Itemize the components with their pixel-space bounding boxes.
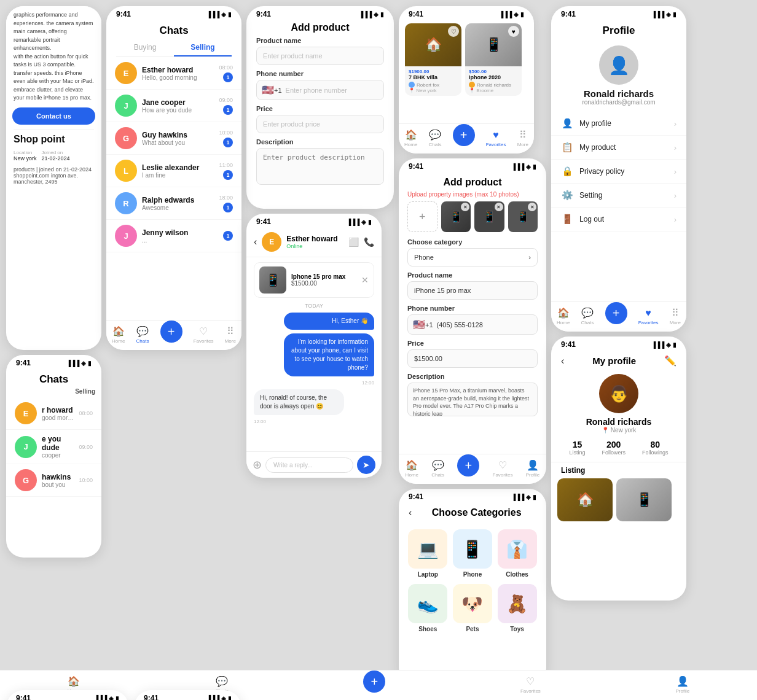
mini-chat-item-3[interactable]: G hawkins bout you 10:00 xyxy=(6,464,101,497)
myprofile-listing-2[interactable]: 📱 xyxy=(616,478,672,521)
contact-us-button[interactable]: Contact us xyxy=(6,107,101,125)
remove-thumb-2[interactable]: ✕ xyxy=(495,203,503,211)
nav-chats-f[interactable]: 💬 Chats xyxy=(431,459,444,478)
tab-buying[interactable]: Buying xyxy=(116,39,174,56)
phone-categories: 9:41 ▐▐▐ ◈ ▮ ‹ Choose Categories 💻 Lapto… xyxy=(399,489,546,685)
favorites-icon: ♡ xyxy=(199,325,208,337)
remove-thumb-1[interactable]: ✕ xyxy=(461,203,469,211)
nav-profile-f[interactable]: 👤 Profile xyxy=(526,459,540,478)
nav-home-f[interactable]: 🏠 Home xyxy=(406,459,418,478)
menu-logout[interactable]: 🚪 Log out › xyxy=(551,208,686,231)
nav-more[interactable]: ⠿ More xyxy=(225,325,236,344)
setting-label: Setting xyxy=(579,191,668,200)
heart-btn-villa[interactable]: ♡ xyxy=(448,26,459,37)
listings-grid: 🏠 ♡ $1900.00 7 BHK villa Robert fox 📍 Ne… xyxy=(399,20,534,99)
nav-fav-p[interactable]: ♥ Favorites xyxy=(638,308,659,325)
menu-privacy[interactable]: 🔒 Privacy policy › xyxy=(551,160,686,184)
phone-flag-full: 🇺🇸 xyxy=(413,319,425,330)
mini-chat-item-2[interactable]: J e you dude cooper 09:00 xyxy=(6,430,101,464)
stat-followers: 200 Followers xyxy=(602,440,626,456)
myprofile-location: 📍 New york xyxy=(551,427,686,434)
myprofile-edit-btn[interactable]: ✏️ xyxy=(664,355,677,367)
menu-setting[interactable]: ⚙️ Setting › xyxy=(551,184,686,208)
cat-phone[interactable]: 📱 Phone xyxy=(453,529,492,578)
prod-name-value[interactable]: iPhone 15 pro max xyxy=(407,281,538,300)
phone-icon[interactable]: 📞 xyxy=(364,237,374,247)
menu-myproduct[interactable]: 📋 My product › xyxy=(551,136,686,160)
phone-input-row[interactable]: 🇺🇸 +1 Enter phone number xyxy=(256,80,384,100)
back-button[interactable]: ‹ xyxy=(254,236,257,247)
upload-thumb-3: 📱 ✕ xyxy=(508,201,538,232)
listing-card-iphone[interactable]: 📱 ♥ $500.00 iphone 2020 Ronald richards … xyxy=(465,23,522,96)
listing-card-villa[interactable]: 🏠 ♡ $1900.00 7 BHK villa Robert fox 📍 Ne… xyxy=(405,23,461,96)
nav-plus-l[interactable]: + xyxy=(453,124,475,146)
myprofile-listing-1[interactable]: 🏠 xyxy=(557,478,613,521)
avatar-ralph: R xyxy=(115,192,137,214)
nav-chats[interactable]: 💬 Chats xyxy=(136,325,149,344)
phone-input-full[interactable]: 🇺🇸 +1 (405) 555-0128 xyxy=(407,314,538,335)
category-select[interactable]: Phone › xyxy=(407,248,538,266)
phone-label: Phone number xyxy=(256,70,384,77)
menu-myprofile[interactable]: 👤 My profile › xyxy=(551,112,686,136)
attach-icon[interactable]: ⊕ xyxy=(253,458,262,472)
nav-add-button[interactable]: + xyxy=(160,321,182,343)
cat-pets[interactable]: 🐶 Pets xyxy=(453,584,492,632)
msg-1: Hi, Esther 👋 xyxy=(284,313,374,330)
upload-label: Upload property images (max 10 photos) xyxy=(407,190,538,198)
desc-input[interactable] xyxy=(256,148,384,185)
video-icon[interactable]: ⬜ xyxy=(348,237,359,247)
nav-chats-l[interactable]: 💬 Chats xyxy=(429,129,442,147)
nav-chats-p[interactable]: 💬 Chats xyxy=(581,307,594,325)
nav-home-p[interactable]: 🏠 Home xyxy=(557,307,570,325)
avatar-esther: E xyxy=(115,62,137,84)
product-preview-close[interactable]: ✕ xyxy=(361,275,369,285)
logout-label: Log out xyxy=(579,215,668,224)
cat-back-btn[interactable]: ‹ xyxy=(409,507,412,518)
reply-input[interactable]: Write a reply... xyxy=(265,457,353,473)
myprofile-icon: 👤 xyxy=(561,118,573,129)
cat-toys-label: Toys xyxy=(510,626,524,632)
chat-item-esther[interactable]: E Esther howard Hello, good morning 08:0… xyxy=(106,57,241,90)
cat-clothes[interactable]: 👔 Clothes xyxy=(498,529,536,578)
nav-more-l[interactable]: ⠿ More xyxy=(517,129,528,147)
nav-more-p[interactable]: ⠿ More xyxy=(670,307,681,325)
remove-thumb-3[interactable]: ✕ xyxy=(528,203,536,211)
myprofile-back[interactable]: ‹ xyxy=(561,356,564,367)
cat-laptop[interactable]: 💻 Laptop xyxy=(409,529,447,578)
seller-dot-iphone xyxy=(469,82,475,88)
cat-laptop-icon: 💻 xyxy=(408,529,447,569)
chat-item-ralph[interactable]: R Ralph edwards Awesome 18:00 1 xyxy=(106,187,241,220)
desc-value[interactable]: iPhone 15 Pro Max, a titanium marvel, bo… xyxy=(407,383,538,416)
chat-item-jane[interactable]: J Jane cooper How are you dude 09:00 1 xyxy=(106,90,241,122)
nav-home[interactable]: 🏠 Home xyxy=(112,325,125,344)
nav-favorites[interactable]: ♡ Favorites xyxy=(194,325,214,344)
product-name-input[interactable]: Enter product name xyxy=(256,47,384,65)
myprofile-stats: 15 Listing 200 Followers 80 Followings xyxy=(551,434,686,462)
convo-action-icons: ⬜ 📞 xyxy=(348,237,374,247)
price-value[interactable]: $1500.00 xyxy=(407,349,538,368)
nav-fav-f[interactable]: ♡ Favorites xyxy=(493,459,513,478)
nav-plus-f[interactable]: + xyxy=(457,454,479,476)
chat-item-leslie[interactable]: L Leslie alexander I am fine 11:00 1 xyxy=(106,155,241,187)
cat-header: ‹ Choose Categories xyxy=(399,502,546,523)
heart-btn-iphone[interactable]: ♥ xyxy=(508,26,519,37)
nav-home-l[interactable]: 🏠 Home xyxy=(404,129,417,147)
chevron-right-icon: › xyxy=(528,254,531,261)
cat-shoes[interactable]: 👟 Shoes xyxy=(409,584,447,632)
nav-fav-l[interactable]: ♥ Favorites xyxy=(486,130,506,147)
price-input[interactable]: Enter product price xyxy=(256,115,384,133)
bottom-nav-listings: 🏠 Home 💬 Chats + ♥ Favorites ⠿ More xyxy=(399,123,534,154)
send-button[interactable]: ➤ xyxy=(357,456,375,474)
nav-plus-p[interactable]: + xyxy=(605,302,627,324)
chat-info-guy: Guy hawkins What about you xyxy=(142,131,214,146)
mini-chat-item-1[interactable]: E r howard good morning 08:00 xyxy=(6,397,101,430)
tab-selling[interactable]: Selling xyxy=(174,39,232,56)
cat-toys[interactable]: 🧸 Toys xyxy=(498,584,536,632)
upload-thumb-1: 📱 ✕ xyxy=(441,201,471,232)
status-bar-profile: 9:41 ▐▐▐ ◈ ▮ xyxy=(551,6,686,20)
upload-add-btn[interactable]: + xyxy=(407,201,437,232)
chat-item-jenny[interactable]: J Jenny wilson ... 1 xyxy=(106,220,241,252)
shop-bio: products | joined on 21-02-2024 shoppoin… xyxy=(14,166,94,185)
msg-2: I'm looking for information about your p… xyxy=(284,333,374,376)
chat-item-guy[interactable]: G Guy hawkins What about you 10:00 1 xyxy=(106,122,241,155)
